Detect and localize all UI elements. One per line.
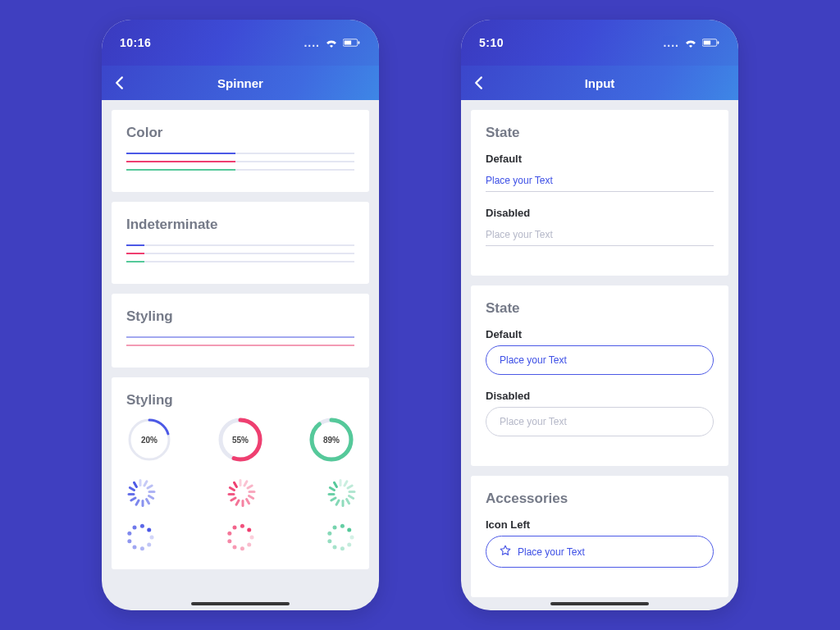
status-time: 5:10	[479, 36, 504, 49]
spoke-spinner-pink	[226, 479, 254, 507]
input-label-disabled: Disabled	[486, 390, 714, 402]
pill-input-icon-left[interactable]: Place your Text	[486, 536, 714, 568]
dots-icon: ....	[304, 36, 320, 49]
nav-bar: Spinner	[102, 66, 379, 100]
section-accessories: Accessories Icon Left Place your Text	[471, 476, 728, 597]
input-value: Place your Text	[500, 416, 567, 427]
section-heading: Styling	[126, 308, 354, 325]
battery-icon	[702, 38, 720, 48]
progress-bar-blue	[126, 153, 354, 154]
spoke-spinner-row	[126, 479, 354, 507]
status-right: ....	[663, 36, 720, 49]
back-button[interactable]	[115, 76, 124, 90]
home-indicator	[191, 602, 290, 605]
input-label-default: Default	[486, 153, 714, 165]
pill-input-disabled: Place your Text	[486, 407, 714, 436]
page-title: Spinner	[102, 76, 379, 90]
status-bar: 5:10 ....	[461, 20, 738, 66]
section-heading: Accessories	[486, 491, 714, 507]
dot-spinner-green	[326, 523, 354, 551]
progress-bar-pink	[126, 161, 354, 162]
input-label-icon-left: Icon Left	[486, 518, 714, 531]
underline-input-default[interactable]: Place your Text	[486, 170, 714, 192]
ring-gauge-blue: 20%	[126, 417, 172, 463]
spoke-spinner-blue	[126, 479, 154, 507]
section-styling-bars: Styling	[112, 294, 369, 368]
back-button[interactable]	[474, 76, 483, 90]
spoke-spinner-green	[326, 479, 354, 507]
home-indicator	[550, 602, 649, 605]
underline-input-disabled: Place your Text	[486, 224, 714, 246]
phone-input: 5:10 .... Input State Default Place your…	[461, 20, 738, 610]
section-state-pill: State Default Place your Text Disabled P…	[471, 285, 728, 466]
input-label-disabled: Disabled	[486, 207, 714, 219]
ring-gauge-row: 20% 55% 89%	[126, 417, 354, 463]
status-time: 10:16	[120, 36, 151, 49]
progress-bar-blue	[126, 336, 354, 338]
status-right: ....	[304, 36, 361, 49]
section-indeterminate: Indeterminate	[112, 202, 369, 284]
section-state-underline: State Default Place your Text Disabled P…	[471, 110, 728, 276]
dot-spinner-row	[126, 523, 354, 551]
battery-icon	[343, 38, 361, 48]
section-heading: Styling	[126, 392, 354, 409]
pill-input-default[interactable]: Place your Text	[486, 345, 714, 375]
progress-bar-green	[126, 261, 354, 262]
input-value: Place your Text	[518, 546, 585, 558]
input-value: Place your Text	[500, 354, 567, 366]
section-heading: State	[486, 300, 714, 317]
dots-icon: ....	[663, 36, 679, 49]
page-title: Input	[461, 76, 738, 90]
section-color: Color	[112, 110, 369, 192]
wifi-icon	[684, 38, 697, 48]
wifi-icon	[325, 38, 338, 48]
svg-rect-1	[345, 40, 351, 44]
section-heading: Indeterminate	[126, 217, 354, 233]
section-heading: Color	[126, 125, 354, 141]
dot-spinner-blue	[126, 523, 154, 551]
phone-spinner: 10:16 .... Spinner Color Indeterminate	[102, 20, 379, 610]
ring-gauge-green: 89%	[308, 417, 354, 463]
progress-bar-green	[126, 169, 354, 171]
ring-gauge-pink: 55%	[217, 417, 263, 463]
star-icon	[500, 545, 511, 559]
section-heading: State	[486, 125, 714, 141]
svg-rect-10	[704, 40, 710, 44]
progress-bar-blue	[126, 244, 354, 246]
dot-spinner-pink	[226, 523, 254, 551]
section-styling-spinners: Styling 20% 55% 89%	[112, 377, 369, 569]
content-area: Color Indeterminate Styling Styling 20% …	[102, 100, 379, 610]
input-label-default: Default	[486, 328, 714, 340]
progress-bar-pink	[126, 345, 354, 346]
status-bar: 10:16 ....	[102, 20, 379, 66]
progress-bar-pink	[126, 253, 354, 254]
svg-rect-2	[358, 41, 360, 43]
nav-bar: Input	[461, 66, 738, 100]
content-area: State Default Place your Text Disabled P…	[461, 100, 738, 610]
svg-rect-11	[718, 41, 719, 43]
